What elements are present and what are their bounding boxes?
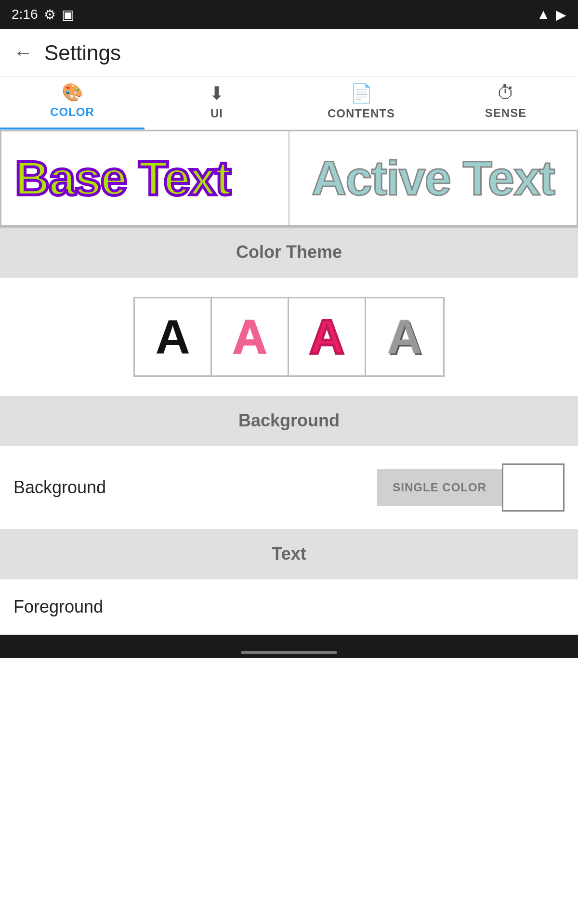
home-indicator[interactable] — [241, 651, 337, 654]
contents-tab-icon: 📄 — [350, 83, 373, 104]
theme-option-pink-outline[interactable]: A — [289, 298, 366, 375]
signal-icon: ▶ — [556, 7, 566, 23]
sim-icon: ▣ — [62, 7, 74, 23]
tab-color[interactable]: 🎨 COLOR — [0, 77, 144, 129]
tab-bar: 🎨 COLOR ⬇ UI 📄 CONTENTS ⏱ SENSE — [0, 77, 578, 130]
theme-option-pink[interactable]: A — [212, 298, 289, 375]
background-row-label: Background — [13, 477, 106, 498]
text-section: Foreground — [0, 579, 578, 635]
theme-option-gray-3d[interactable]: A — [366, 298, 443, 375]
base-text-preview[interactable]: Base Text — [0, 130, 289, 226]
foreground-label: Foreground — [13, 597, 103, 617]
single-color-button[interactable]: SINGLE COLOR — [377, 469, 502, 506]
theme-letter-pink: A — [232, 309, 267, 365]
status-bar-left: 2:16 ⚙ ▣ — [12, 7, 74, 23]
color-theme-section-header: Color Theme — [0, 228, 578, 277]
status-bar-right: ▲ ▶ — [537, 7, 566, 23]
base-text-display: Base Text — [15, 154, 230, 202]
background-row-controls: SINGLE COLOR — [377, 463, 565, 512]
foreground-row: Foreground — [0, 579, 578, 635]
status-time: 2:16 — [12, 7, 38, 22]
sense-tab-label: SENSE — [485, 106, 526, 120]
active-text-preview[interactable]: Active Text — [289, 130, 578, 226]
back-button[interactable]: ← — [13, 42, 33, 64]
background-section-header: Background — [0, 396, 578, 445]
preview-area: Base Text Active Text — [0, 130, 578, 228]
background-row: Background SINGLE COLOR — [0, 446, 578, 529]
top-bar: ← Settings — [0, 29, 578, 77]
text-section-label: Text — [272, 544, 306, 564]
background-label: Background — [238, 411, 340, 430]
bottom-nav — [0, 635, 578, 658]
theme-option-black[interactable]: A — [135, 298, 212, 375]
ui-tab-icon: ⬇ — [209, 83, 224, 104]
background-section: Background SINGLE COLOR — [0, 446, 578, 529]
page-title: Settings — [44, 41, 121, 65]
background-color-swatch[interactable] — [502, 463, 565, 512]
color-theme-label: Color Theme — [236, 242, 342, 262]
tab-ui[interactable]: ⬇ UI — [144, 77, 289, 129]
ui-tab-label: UI — [210, 107, 223, 120]
color-tab-icon: 🎨 — [62, 82, 83, 103]
active-text-display: Active Text — [312, 154, 554, 202]
status-bar: 2:16 ⚙ ▣ ▲ ▶ — [0, 0, 578, 29]
text-section-header: Text — [0, 529, 578, 578]
theme-letter-gray-3d: A — [387, 309, 422, 365]
tab-contents[interactable]: 📄 CONTENTS — [289, 77, 434, 129]
sense-tab-icon: ⏱ — [497, 83, 515, 103]
contents-tab-label: CONTENTS — [328, 107, 395, 120]
tab-sense[interactable]: ⏱ SENSE — [434, 77, 578, 129]
theme-selector: A A A A — [0, 278, 578, 396]
theme-letter-pink-outline: A — [309, 309, 344, 365]
theme-letter-black: A — [155, 309, 190, 365]
color-tab-label: COLOR — [50, 105, 94, 119]
theme-options: A A A A — [133, 297, 445, 377]
settings-icon: ⚙ — [44, 7, 56, 23]
wifi-icon: ▲ — [537, 7, 550, 22]
